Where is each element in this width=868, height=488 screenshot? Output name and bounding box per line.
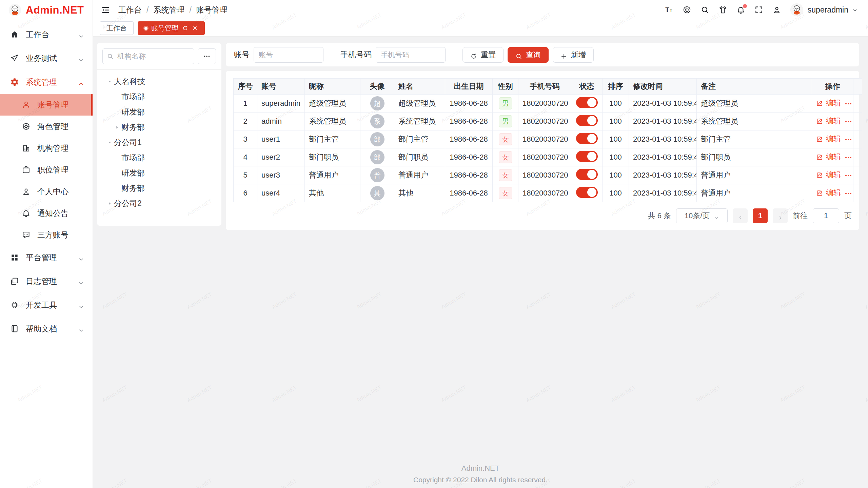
cell-avatar: 超 [360, 95, 394, 113]
cell-sort: 100 [603, 148, 629, 166]
user-avatar[interactable] [790, 3, 803, 16]
notification-badge [743, 4, 747, 8]
cell-index: 6 [234, 184, 257, 202]
table-row[interactable]: 6user4其他其其他1986-06-28女180200307201002023… [234, 184, 862, 202]
sidebar-subitem[interactable]: 职位管理 [0, 159, 93, 181]
sidebar-item[interactable]: 开发工具 [0, 293, 93, 317]
tree-node[interactable]: 财务部 [102, 181, 216, 196]
row-more-button[interactable] [844, 171, 852, 179]
tree-node[interactable]: 分公司2 [102, 196, 216, 211]
table-row[interactable]: 4user2部门职员部部门职员1986-06-28女18020030720100… [234, 148, 862, 166]
refresh-icon[interactable] [182, 25, 188, 31]
breadcrumb-item[interactable]: 系统管理 [153, 5, 184, 15]
tree-caret-collapsed[interactable] [105, 200, 114, 207]
edit-button[interactable]: 编辑 [816, 188, 841, 198]
reset-button[interactable]: 重置 [462, 47, 504, 63]
cell-index: 5 [234, 166, 257, 184]
sidebar-item[interactable]: 业务测试 [0, 46, 93, 70]
edit-button-label: 编辑 [826, 116, 841, 126]
logo[interactable]: Admin.NET [0, 0, 93, 20]
cell-remark: 系统管理员 [697, 113, 812, 130]
status-toggle[interactable] [576, 133, 598, 144]
status-toggle[interactable] [576, 97, 598, 108]
font-size-button[interactable]: TT [665, 5, 673, 14]
notification-button[interactable] [736, 5, 745, 14]
sidebar-subitem[interactable]: 账号管理 [0, 94, 93, 116]
status-toggle[interactable] [576, 169, 598, 180]
sidebar-subitem[interactable]: 机构管理 [0, 137, 93, 159]
cell-phone: 18020030720 [518, 130, 571, 148]
collapse-menu-icon[interactable] [101, 5, 110, 15]
edit-button[interactable]: 编辑 [816, 98, 841, 108]
tree-caret-expanded[interactable] [105, 78, 114, 85]
row-more-button[interactable] [844, 117, 852, 125]
sidebar-item-label: 工作台 [26, 29, 71, 40]
sidebar-subitem[interactable]: 通知公告 [0, 202, 93, 224]
row-more-button[interactable] [844, 135, 852, 143]
sidebar-item[interactable]: 工作台 [0, 23, 93, 46]
next-page-button[interactable] [773, 208, 788, 223]
user-name[interactable]: superadmin [808, 5, 848, 15]
tab[interactable]: 工作台 [100, 21, 134, 35]
search-button[interactable]: 查询 [508, 47, 549, 63]
cell-actions: 编辑 [812, 113, 853, 130]
chevron-down-icon[interactable] [852, 7, 858, 13]
table-row[interactable]: 2admin系统管理员系系统管理员1986-06-28男180200307201… [234, 113, 862, 130]
breadcrumb-item[interactable]: 工作台 [118, 5, 142, 15]
current-page-button[interactable]: 1 [753, 208, 768, 223]
status-toggle[interactable] [576, 115, 598, 126]
tree-node[interactable]: 研发部 [102, 165, 216, 181]
edit-button[interactable]: 编辑 [816, 116, 841, 126]
row-more-button[interactable] [844, 99, 852, 107]
add-button[interactable]: 新增 [553, 47, 594, 63]
tree-node[interactable]: 研发部 [102, 104, 216, 120]
sidebar-item[interactable]: 系统管理 [0, 70, 93, 94]
prev-page-button[interactable] [733, 208, 748, 223]
cell-index: 1 [234, 95, 257, 113]
edit-button[interactable]: 编辑 [816, 134, 841, 144]
profile-button[interactable] [772, 5, 781, 14]
goto-page-input[interactable] [813, 208, 839, 223]
toggle-knob [587, 116, 596, 125]
tree-node[interactable]: 财务部 [102, 120, 216, 135]
language-button[interactable] [683, 5, 691, 14]
breadcrumb-item[interactable]: 账号管理 [196, 5, 228, 15]
tree-node[interactable]: 大名科技 [102, 74, 216, 89]
sidebar-subitem[interactable]: 角色管理 [0, 116, 93, 137]
toggle-knob [587, 152, 596, 161]
fullscreen-button[interactable] [754, 5, 763, 14]
search-button[interactable] [701, 5, 709, 14]
edit-button[interactable]: 编辑 [816, 152, 841, 162]
close-icon[interactable] [192, 25, 198, 31]
tab-active[interactable]: 账号管理 [138, 21, 205, 35]
more-icon [844, 136, 852, 144]
table-row[interactable]: 1superadmin超级管理员超超级管理员1986-06-28男1802003… [234, 95, 862, 113]
tree-node[interactable]: 市场部 [102, 89, 216, 104]
org-search-input[interactable] [117, 52, 190, 61]
table-row[interactable]: 3user1部门主管部部门主管1986-06-28女18020030720100… [234, 130, 862, 148]
tree-node[interactable]: 市场部 [102, 150, 216, 165]
sidebar-item[interactable]: 日志管理 [0, 269, 93, 293]
tree-node[interactable]: 分公司1 [102, 135, 216, 150]
sidebar-subitem[interactable]: 三方账号 [0, 224, 93, 246]
status-toggle[interactable] [576, 151, 598, 162]
tree-caret-collapsed[interactable] [113, 124, 121, 131]
sidebar-subitem[interactable]: 个人中心 [0, 181, 93, 202]
more-icon [844, 154, 852, 162]
row-more-button[interactable] [844, 189, 852, 197]
org-more-button[interactable] [198, 48, 216, 64]
chat-icon [22, 230, 31, 239]
org-search-row [102, 48, 216, 64]
account-input[interactable] [258, 50, 319, 59]
phone-input[interactable] [380, 50, 441, 59]
status-toggle[interactable] [576, 187, 598, 198]
sidebar-item[interactable]: 帮助文档 [0, 317, 93, 341]
sidebar-item[interactable]: 平台管理 [0, 246, 93, 269]
tree-node-label: 市场部 [121, 152, 145, 163]
tree-caret-expanded[interactable] [105, 139, 114, 146]
theme-button[interactable] [718, 5, 727, 14]
table-row[interactable]: 5user3普通用户普普通用户1986-06-28女18020030720100… [234, 166, 862, 184]
row-more-button[interactable] [844, 153, 852, 161]
page-size-select[interactable]: 10条/页 [676, 208, 728, 223]
edit-button[interactable]: 编辑 [816, 170, 841, 180]
